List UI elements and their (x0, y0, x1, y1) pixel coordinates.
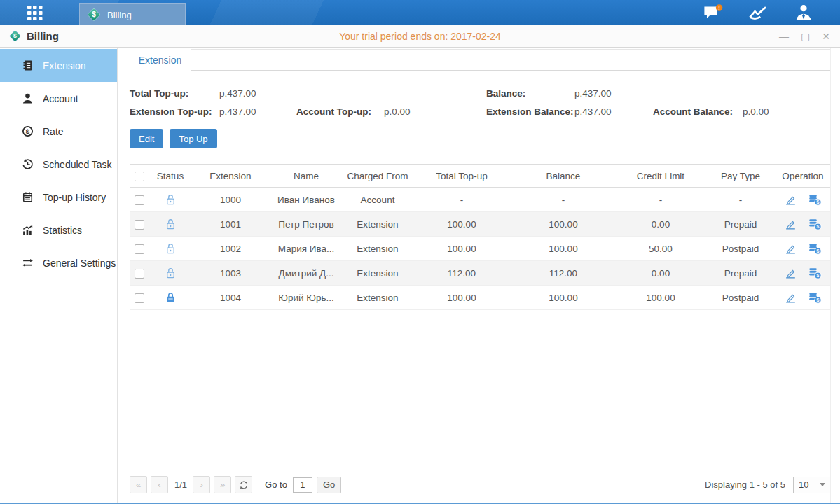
cell-credit-limit: 100.00 (616, 286, 705, 310)
sidebar-item-account[interactable]: Account (0, 82, 117, 115)
window-controls: — ▢ ✕ (779, 25, 830, 48)
sidebar-item-label: Account (43, 93, 78, 104)
account-balance-value: p.0.00 (743, 106, 840, 117)
total-topup-value: p.437.00 (219, 88, 296, 99)
table-row[interactable]: 1002 Мария Ива... Extension 100.00 100.0… (130, 237, 830, 261)
cell-balance: 100.00 (511, 237, 616, 261)
status-lock-icon[interactable] (165, 292, 176, 302)
notification-badge: ! (718, 4, 720, 10)
unlocked-icon (165, 194, 176, 206)
cell-pay-type: Prepaid (705, 212, 776, 237)
tab-extension[interactable]: Extension (130, 49, 191, 71)
edit-row-icon[interactable] (784, 243, 797, 255)
topup-history-icon (21, 191, 34, 203)
goto-page-input[interactable] (293, 477, 312, 493)
user-account-icon[interactable] (794, 4, 813, 22)
cell-charged-from: Extension (343, 212, 413, 237)
top-up-button[interactable]: Top Up (170, 129, 216, 148)
balance-label: Balance: (486, 88, 574, 99)
page-title: Billing (27, 30, 59, 42)
edit-row-icon[interactable] (784, 267, 797, 279)
edit-row-icon[interactable] (784, 194, 797, 206)
cell-charged-from: Extension (343, 286, 413, 310)
table-row[interactable]: 1001 Петр Петров Extension 100.00 100.00… (130, 212, 830, 237)
displaying-status: Displaying 1 - 5 of 5 (705, 479, 785, 490)
sidebar-item-general-settings[interactable]: General Settings (0, 246, 117, 279)
table-row[interactable]: 1004 Юрий Юрь... Extension 100.00 100.00… (130, 286, 830, 310)
top-up-row-icon[interactable]: $ (808, 243, 822, 255)
row-checkbox[interactable] (135, 220, 144, 230)
first-page-button[interactable]: « (130, 476, 147, 493)
unlocked-icon (165, 267, 176, 279)
cell-name: Петр Петров (270, 212, 343, 237)
edit-row-icon[interactable] (784, 218, 797, 230)
cell-name: Юрий Юрь... (270, 286, 343, 310)
sidebar-item-extension[interactable]: Extension (0, 49, 117, 82)
extension-icon (21, 59, 34, 71)
row-checkbox[interactable] (135, 293, 144, 303)
edit-row-icon[interactable] (784, 292, 797, 304)
sidebar-item-label: Statistics (43, 225, 82, 236)
sidebar-item-topup-history[interactable]: Top-up History (0, 181, 117, 214)
billing-diamond-icon: $ (86, 7, 102, 22)
last-page-button[interactable]: » (214, 476, 231, 493)
sidebar-item-scheduled-task[interactable]: Scheduled Task (0, 148, 117, 181)
app-window: $ Billing ! (0, 0, 840, 504)
scheduled-task-icon (21, 158, 34, 170)
col-charged-from: Charged From (343, 164, 413, 188)
status-lock-icon[interactable] (165, 243, 176, 253)
select-all-checkbox[interactable] (135, 172, 144, 181)
action-buttons: Edit Top Up (130, 129, 840, 148)
table-header-row: Status Extension Name Charged From Total… (130, 164, 830, 188)
table-row[interactable]: 1000 Иван Иванов Account - - - - (130, 188, 830, 212)
top-up-row-icon[interactable]: $ (808, 218, 822, 230)
sidebar-item-label: Extension (43, 60, 85, 71)
messages-icon[interactable]: ! (703, 4, 724, 22)
row-checkbox[interactable] (135, 244, 144, 254)
close-button[interactable]: ✕ (822, 31, 830, 41)
maximize-button[interactable]: ▢ (801, 31, 810, 41)
top-up-row-icon[interactable]: $ (808, 292, 822, 304)
sidebar-item-rate[interactable]: $ Rate (0, 115, 117, 148)
cell-charged-from: Extension (343, 261, 413, 286)
table-row[interactable]: 1003 Дмитрий Д... Extension 112.00 112.0… (130, 261, 830, 286)
unlocked-icon (165, 243, 176, 255)
top-up-row-icon[interactable]: $ (808, 267, 822, 279)
statistics-icon (21, 224, 34, 236)
app-launcher-icon[interactable] (23, 4, 47, 22)
svg-text:$: $ (25, 127, 29, 135)
pagination-bar: « ‹ 1/1 › » Go to Go Displaying 1 (130, 476, 831, 493)
top-up-row-icon[interactable]: $ (808, 194, 822, 206)
tab-strip: Extension (130, 49, 840, 71)
status-lock-icon[interactable] (165, 194, 176, 204)
goto-label: Go to (265, 479, 287, 490)
cell-total-topup: 100.00 (413, 286, 511, 310)
refresh-button[interactable] (235, 476, 252, 493)
row-checkbox[interactable] (135, 269, 144, 279)
cell-total-topup: - (413, 188, 511, 212)
window-title-bar: $ Billing Your trial period ends on: 201… (0, 25, 840, 48)
page-size-dropdown[interactable]: 10 (793, 477, 831, 493)
edit-button[interactable]: Edit (130, 129, 163, 148)
cell-pay-type: - (705, 188, 776, 212)
prev-page-button[interactable]: ‹ (151, 476, 168, 493)
account-topup-label: Account Top-up: (296, 106, 384, 117)
locked-icon (165, 292, 176, 304)
col-status: Status (149, 164, 191, 188)
rate-icon: $ (21, 125, 34, 137)
refresh-icon (239, 480, 249, 490)
status-lock-icon[interactable] (165, 218, 176, 229)
extension-topup-label: Extension Top-up: (130, 106, 219, 117)
status-lock-icon[interactable] (165, 267, 176, 278)
cell-charged-from: Account (343, 188, 413, 212)
next-page-button[interactable]: › (193, 476, 210, 493)
topbar-tab-label: Billing (107, 10, 132, 20)
reports-chart-icon[interactable] (748, 4, 770, 21)
topbar-billing-tab[interactable]: $ Billing (79, 4, 186, 25)
row-checkbox[interactable] (135, 195, 144, 205)
cell-name: Иван Иванов (270, 188, 343, 212)
go-button[interactable]: Go (317, 477, 341, 493)
minimize-button[interactable]: — (779, 31, 789, 41)
col-credit-limit: Credit Limit (616, 164, 705, 188)
sidebar-item-statistics[interactable]: Statistics (0, 214, 117, 246)
